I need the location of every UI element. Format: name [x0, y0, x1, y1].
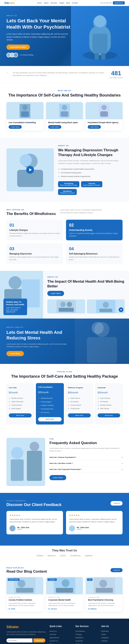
footer-qlink-2[interactable]: Appointment [50, 636, 71, 639]
about-content: ABOUT US We Managing Depression Through … [58, 145, 122, 195]
mind-card-1: 02 Understanding Anxiety Learn to recogn… [66, 220, 122, 240]
mindfulness-label: WHY CHOOSE US [6, 209, 56, 211]
blog-card-body-2: January 18, 2024 Best Psychiatrist Choos… [86, 594, 122, 612]
nav-logo[interactable]: Sikiater [4, 1, 15, 4]
stats-bar: “ We help individuals overcome mental he… [0, 66, 129, 83]
footer-join: Join Us Facebook Twitter Instagram Linke… [101, 625, 122, 644]
nav-links: Home About Services Pages Blog Contact [37, 2, 78, 4]
service-card-img-2 [86, 102, 122, 119]
navbar: Sikiater Home About Services Pages Blog … [0, 0, 129, 6]
svg-point-38 [30, 442, 39, 451]
footer-jlink-1[interactable]: Twitter [101, 633, 122, 636]
nav-link-home[interactable]: Home [37, 2, 42, 4]
footer-slink-4[interactable]: Wellness [75, 642, 97, 644]
quote-icon: “ [6, 71, 8, 78]
pf-check-icon: ✓ [68, 404, 70, 406]
impact-label: ABOUT US [47, 276, 125, 278]
test-text-0: Lorem ipsum dolor sit amet, consectetur … [10, 518, 60, 523]
footer-jlink-0[interactable]: Facebook [101, 630, 122, 633]
faq-item-0[interactable]: How Can I Choose Psychiatrist ? › You ca… [50, 454, 122, 460]
service-learn-more-0[interactable]: Learn More [8, 125, 22, 129]
play-icon [29, 168, 32, 171]
footer-slink-2[interactable]: Meditation [75, 636, 97, 639]
testimonials-header: CLIENT FEEDBACK Discover Our Client Feed… [6, 500, 122, 507]
footer-logo: Sikiater [6, 625, 45, 629]
price-book-2[interactable]: Book Now [68, 413, 91, 418]
price-book-0[interactable]: Book Now [9, 413, 32, 418]
faq-question-2: How Can I Get Corporate Partnership ? › [50, 468, 122, 470]
faq-item-1[interactable]: How Can I Get More Credit ? › Credits ca… [50, 460, 122, 466]
footer-jlink-3[interactable]: LinkedIn [101, 639, 122, 642]
pf-check-icon: ✓ [98, 401, 99, 403]
price-feat-1-2: ✓Progress Tracking [38, 403, 62, 407]
svg-point-29 [103, 302, 109, 308]
footer-subscribe-btn[interactable]: Subscribe [33, 638, 45, 642]
footer-slink-0[interactable]: Consultation [75, 630, 97, 633]
svg-point-33 [92, 322, 104, 334]
about-image [6, 148, 54, 191]
hero-cta-button[interactable]: Appointment Now [6, 44, 30, 50]
feature-tag-1: Tutoring Expert guidance sessions [81, 181, 102, 187]
nav-link-blog[interactable]: Blog [66, 2, 70, 4]
test-author-info-0: Mr. John Doe Patient [17, 526, 30, 530]
service-card-img-1 [46, 102, 83, 119]
pf-check-icon: ✓ [98, 397, 99, 400]
impact-image: Healthy Ways To Process And Health Lorem… [0, 271, 43, 318]
footer-qlink-0[interactable]: About Us [50, 630, 71, 633]
service-card-body-0: Live Consultation Scheduling Learn More [6, 119, 44, 131]
price-feat-3-2: ✓Monthly Reviews [98, 404, 120, 407]
footer-qlink-3[interactable]: Contact Us [50, 639, 71, 642]
svg-rect-41 [16, 588, 33, 593]
nav-link-about[interactable]: About [44, 2, 48, 4]
testimonials-section: CLIENT FEEDBACK Discover Our Client Feed… [0, 493, 129, 546]
footer-qlink-4[interactable]: Blog [50, 642, 71, 644]
svg-rect-4 [92, 34, 108, 53]
cta-content: MENTAL HEALTH Lets Get Mental Health And… [6, 326, 70, 356]
play-button[interactable] [26, 166, 34, 174]
price-feat-2-2: ✓Group Sessions [68, 404, 91, 407]
pf-check-icon: ✓ [38, 400, 40, 402]
nav-appointment-btn[interactable]: Appointment [113, 1, 125, 4]
price-features-2: ✓Daily Check-in ✓All Features ✓Group Ses… [68, 396, 91, 410]
nav-link-pages[interactable]: Pages [59, 2, 64, 4]
footer-quick-heading: Quick Links [50, 625, 71, 628]
trust-logo-2: Clutch [60, 554, 66, 557]
price-card-name-1: Full Consultation [38, 386, 62, 388]
blog-header: READ OUR BLOG Read Our Blog Content View… [6, 567, 122, 574]
testimonials-title: Discover Our Client Feedback [6, 502, 62, 507]
faq-button[interactable]: Learn More [50, 475, 66, 480]
video-play-btn[interactable] [119, 308, 124, 312]
pf-check-icon: ✓ [38, 408, 40, 410]
price-feat-1-3: ✓Personalized Plan [38, 407, 62, 410]
footer-jlink-2[interactable]: Instagram [101, 636, 122, 639]
price-book-1[interactable]: Book Now [38, 417, 62, 421]
price-card-2: Wellness Program $59/month ✓Daily Check-… [66, 384, 93, 424]
blog-img-2 [94, 578, 115, 594]
svg-rect-37 [27, 451, 42, 481]
footer-slink-3[interactable]: Corporate [75, 639, 97, 642]
price-feat-0-2: ✓Group Sessions [9, 404, 32, 407]
blog-author-0: Dr. Smith [8, 608, 41, 610]
service-learn-more-1[interactable]: Learn More [48, 125, 61, 129]
service-card-title-0: Live Consultation Scheduling [8, 122, 41, 124]
video-play-icon [120, 309, 122, 310]
blog-tag-0: Mental Health [8, 578, 20, 581]
faq-image [6, 438, 45, 486]
impact-btn[interactable]: Learn More [47, 291, 64, 296]
cta-button[interactable]: Learn More [6, 351, 24, 356]
price-book-3[interactable]: Book Now [98, 413, 120, 418]
svg-point-43 [62, 579, 70, 587]
nav-link-services[interactable]: Services [50, 2, 57, 4]
impact-images-grid [47, 300, 125, 314]
footer-slink-1[interactable]: Therapy [75, 633, 97, 636]
footer-qlink-1[interactable]: Services [50, 633, 71, 636]
price-feat-2-0: ✓Daily Check-in [68, 396, 91, 400]
testimonials-view-all[interactable]: View All [110, 501, 122, 506]
blog-view-all[interactable]: View All [110, 568, 122, 572]
faq-item-2[interactable]: How Can I Get Corporate Partnership ? › … [50, 466, 122, 472]
footer-email-input[interactable] [6, 638, 32, 642]
nav-link-contact[interactable]: Contact [72, 2, 78, 4]
service-learn-more-2[interactable]: Learn More [88, 125, 101, 129]
services-section: WHAT WE DO The Importance Of Self-Care A… [0, 83, 129, 138]
footer-brand: Sikiater Lorem ipsum dolor sit amet, con… [6, 625, 45, 644]
